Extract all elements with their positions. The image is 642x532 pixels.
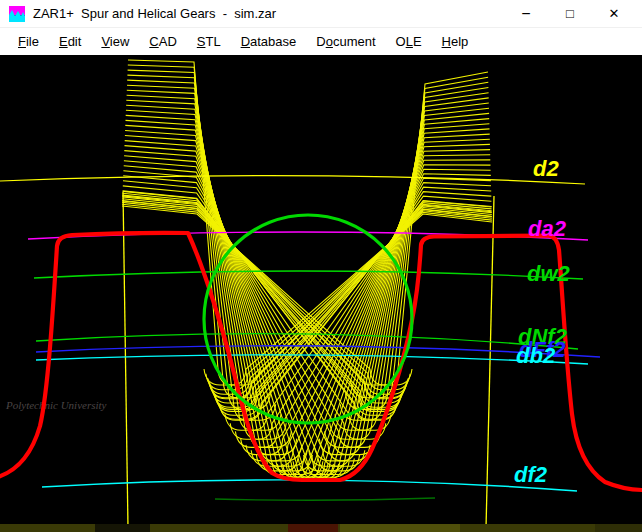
gear-drawing-canvas[interactable]: Polytechnic University d2 da2 dw2 dNf2 d… bbox=[0, 0, 642, 532]
d2-label: d2 bbox=[533, 156, 559, 181]
menu-item-ole[interactable]: OLE bbox=[386, 34, 432, 49]
bottom-edge-strip bbox=[0, 524, 642, 532]
db2-label: db2 bbox=[516, 343, 556, 368]
close-button[interactable]: ✕ bbox=[594, 0, 634, 28]
da2-label: da2 bbox=[528, 216, 567, 241]
app-icon bbox=[9, 6, 25, 22]
menu-bar: FileEditViewCADSTLDatabaseDocumentOLEHel… bbox=[0, 28, 642, 55]
menu-item-document[interactable]: Document bbox=[306, 34, 385, 49]
menu-item-edit[interactable]: Edit bbox=[49, 34, 91, 49]
menu-item-view[interactable]: View bbox=[91, 34, 139, 49]
menu-item-stl[interactable]: STL bbox=[187, 34, 231, 49]
menu-item-help[interactable]: Help bbox=[432, 34, 479, 49]
app-window: Polytechnic University d2 da2 dw2 dNf2 d… bbox=[0, 0, 642, 532]
menu-item-database[interactable]: Database bbox=[231, 34, 307, 49]
maximize-button[interactable]: □ bbox=[550, 0, 590, 28]
minimize-button[interactable]: − bbox=[506, 0, 546, 28]
watermark: Polytechnic University bbox=[5, 399, 107, 411]
window-title: ZAR1+ Spur and Helical Gears - sim.zar bbox=[33, 6, 276, 21]
df2-label: df2 bbox=[514, 462, 548, 487]
dw2-label: dw2 bbox=[527, 261, 571, 286]
title-bar: ZAR1+ Spur and Helical Gears - sim.zar −… bbox=[0, 0, 642, 28]
menu-item-cad[interactable]: CAD bbox=[139, 34, 186, 49]
menu-item-file[interactable]: File bbox=[8, 34, 49, 49]
